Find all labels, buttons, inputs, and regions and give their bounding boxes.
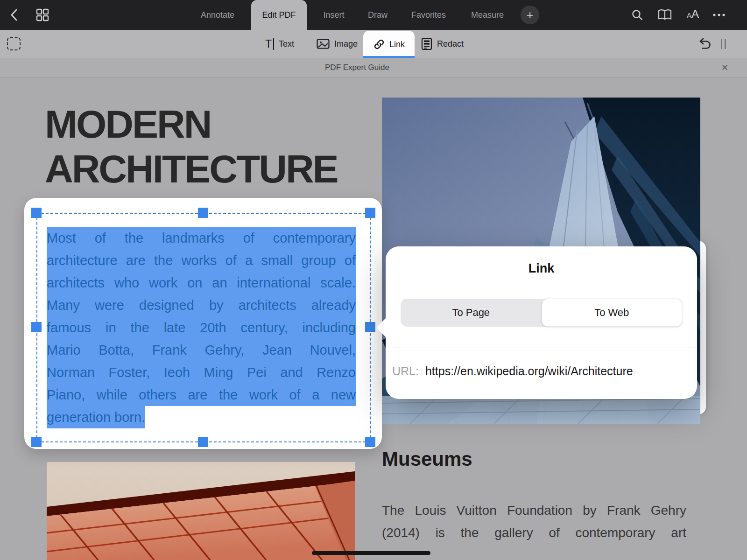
image-tool-label: Image — [334, 39, 358, 49]
segment-to-page[interactable]: To Page — [401, 299, 542, 327]
ellipsis-icon — [712, 13, 726, 17]
thumbnails-button[interactable] — [35, 7, 50, 22]
pdf-expert-window: Annotate Edit PDF Insert Draw Favorites … — [0, 0, 747, 560]
resize-handle-bottom-left[interactable] — [31, 437, 42, 447]
selected-text-line: Norman Foster, Ieoh Ming Pei and Renzo — [47, 361, 356, 384]
roof-photo — [47, 462, 355, 560]
link-tool-icon — [373, 38, 385, 50]
link-popover: Link To Page To Web URL: https://en.wiki… — [386, 246, 697, 399]
tab-favorites[interactable]: Favorites — [405, 0, 452, 30]
tab-measure[interactable]: Measure — [464, 0, 511, 30]
selected-text-line: Many were designed by architects already — [47, 294, 356, 316]
tab-draw[interactable]: Draw — [359, 0, 396, 30]
active-tool-indicator — [363, 56, 415, 58]
tab-insert[interactable]: Insert — [314, 0, 354, 30]
link-tool-button[interactable]: Link — [363, 31, 415, 58]
link-tool-label: Link — [389, 40, 405, 49]
resize-handle-bottom-right[interactable] — [365, 437, 375, 447]
document-title: PDF Expert Guide — [0, 58, 714, 77]
text-settings-button[interactable]: AA — [683, 7, 703, 22]
segment-to-web[interactable]: To Web — [542, 299, 683, 327]
selected-text-line: famous in the late 20th century, includi… — [47, 316, 356, 339]
redact-tool-button[interactable]: Redact — [421, 30, 464, 58]
bookmarks-button[interactable] — [655, 7, 674, 22]
add-tab-button[interactable]: + — [521, 6, 539, 24]
search-button[interactable] — [629, 7, 645, 22]
back-button[interactable] — [7, 7, 21, 22]
divider — [392, 388, 697, 388]
selected-text-line: architecture are the works of a small gr… — [47, 249, 356, 272]
selected-text-line: generation born. — [47, 406, 145, 428]
url-input[interactable]: https://en.wikipedia.org/wiki/Architectu… — [425, 364, 633, 378]
image-tool-icon — [317, 38, 330, 49]
panel-handle[interactable] — [721, 30, 726, 58]
popover-title: Link — [386, 261, 697, 276]
image-tool-button[interactable]: Image — [317, 30, 358, 58]
close-document-button[interactable]: ✕ — [721, 58, 728, 77]
resize-handle-top-left[interactable] — [31, 208, 42, 218]
tab-edit-pdf[interactable]: Edit PDF — [251, 0, 307, 30]
selected-text-line: Piano, while others are the work of a ne… — [47, 384, 356, 406]
top-toolbar: Annotate Edit PDF Insert Draw Favorites … — [0, 0, 747, 30]
divider — [392, 348, 697, 348]
grid-icon — [35, 8, 49, 22]
text-tool-button[interactable]: T Text — [265, 30, 294, 58]
selected-text-line: Most of the landmarks of contemporary — [47, 227, 356, 249]
resize-handle-middle-right[interactable] — [365, 322, 375, 332]
undo-icon — [697, 37, 712, 50]
url-row: URL: https://en.wikipedia.org/wiki/Archi… — [392, 355, 692, 387]
resize-handle-bottom-center[interactable] — [198, 437, 208, 447]
selected-text-line: Mario Botta, Frank Gehry, Jean Nouvel, — [47, 339, 356, 361]
marquee-select-tool[interactable] — [7, 37, 21, 50]
museums-paragraph: The Louis Vuitton Foundation by Frank Ge… — [382, 499, 686, 544]
more-button[interactable] — [710, 7, 728, 22]
link-type-segmented-control: To Page To Web — [401, 299, 682, 327]
museums-line: (2014) is the gallery of contemporary ar… — [382, 525, 686, 540]
search-icon — [631, 9, 643, 21]
text-tool-icon: T — [265, 38, 274, 50]
selected-paragraph[interactable]: Most of the landmarks of contemporary ar… — [47, 227, 356, 428]
url-label: URL: — [392, 364, 419, 378]
edit-toolbar: T Text Image Link — [0, 30, 747, 58]
page-heading: MODERN ARCHITECTURE — [45, 102, 372, 191]
museums-line: The Louis Vuitton Foundation by Frank Ge… — [382, 503, 686, 518]
undo-button[interactable] — [697, 30, 712, 58]
resize-handle-top-right[interactable] — [365, 208, 375, 218]
redact-tool-icon — [421, 37, 432, 50]
selected-text-line: architects who work on an international … — [47, 272, 356, 294]
redact-tool-label: Redact — [437, 39, 464, 49]
ink-underline-annotation — [312, 551, 430, 555]
book-icon — [657, 9, 672, 21]
resize-handle-top-center[interactable] — [198, 208, 208, 218]
museums-heading: Museums — [382, 448, 472, 470]
tab-annotate[interactable]: Annotate — [195, 0, 240, 30]
resize-handle-middle-left[interactable] — [31, 322, 42, 332]
text-size-icon: A — [687, 11, 691, 19]
back-chevron-icon — [10, 8, 18, 21]
document-tab-bar: PDF Expert Guide ✕ — [0, 58, 747, 78]
text-tool-label: Text — [279, 39, 294, 49]
